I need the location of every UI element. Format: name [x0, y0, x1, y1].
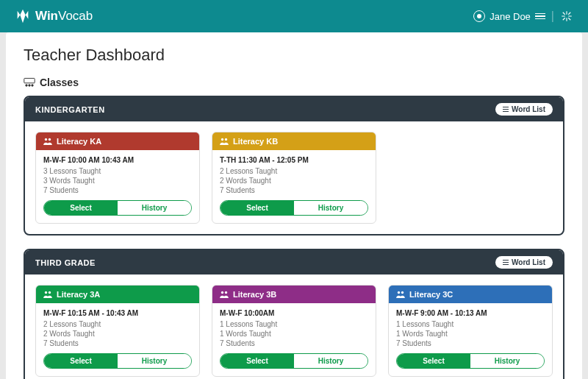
svg-point-6 — [221, 138, 223, 141]
class-icon — [220, 138, 229, 145]
words-stat: 2 Words Taught — [43, 330, 192, 338]
svg-point-3 — [32, 85, 33, 86]
class-card-header: Literacy 3A — [36, 286, 199, 303]
select-button[interactable]: Select — [397, 354, 470, 368]
select-button[interactable]: Select — [220, 201, 294, 215]
grade-header: KINDERGARTENWord List — [25, 97, 563, 121]
user-menu[interactable]: Jane Doe — [473, 10, 545, 22]
class-icon — [396, 291, 405, 298]
word-list-button[interactable]: Word List — [495, 103, 553, 116]
topbar-right: Jane Doe | — [473, 10, 573, 23]
class-card-body: M-W-F 10:00 AM 10:43 AM3 Lessons Taught3… — [36, 150, 199, 223]
lessons-stat: 3 Lessons Taught — [43, 167, 192, 175]
classes-section-header: Classes — [24, 77, 564, 88]
class-card-actions: SelectHistory — [220, 200, 368, 216]
select-button[interactable]: Select — [44, 354, 118, 368]
lessons-stat: 2 Lessons Taught — [220, 167, 368, 175]
hamburger-icon — [535, 13, 545, 20]
class-schedule: M-W-F 10:15 AM - 10:43 AM — [43, 309, 192, 317]
words-stat: 2 Words Taught — [220, 177, 368, 185]
class-card: Literacy 3AM-W-F 10:15 AM - 10:43 AM2 Le… — [35, 285, 200, 377]
class-card-header: Literacy KB — [212, 132, 376, 150]
students-stat: 7 Students — [396, 339, 545, 347]
user-avatar-icon — [473, 10, 485, 22]
user-name: Jane Doe — [490, 11, 531, 22]
classes-label: Classes — [40, 77, 79, 88]
main-content: Teacher Dashboard Classes KINDERGARTENWo… — [6, 32, 582, 379]
history-button[interactable]: History — [118, 201, 191, 215]
svg-point-9 — [49, 291, 51, 294]
words-stat: 1 Words Taught — [220, 330, 368, 338]
svg-point-1 — [26, 85, 27, 86]
class-cards-row: Literacy KAM-W-F 10:00 AM 10:43 AM3 Less… — [25, 121, 563, 234]
svg-point-7 — [225, 138, 227, 141]
class-icon — [43, 138, 52, 145]
class-schedule: M-W-F 10:00AM — [220, 309, 368, 317]
students-stat: 7 Students — [43, 339, 192, 347]
class-icon — [43, 291, 52, 298]
svg-point-10 — [221, 291, 223, 294]
svg-point-5 — [49, 138, 51, 141]
grade-name: THIRD GRADE — [35, 258, 96, 267]
svg-point-2 — [29, 85, 30, 86]
brand-logo[interactable]: WinVocab — [15, 8, 93, 24]
sunburst-icon[interactable] — [560, 10, 573, 23]
grade-block: KINDERGARTENWord ListLiteracy KAM-W-F 10… — [24, 96, 564, 235]
svg-point-11 — [225, 291, 227, 294]
topbar-divider: | — [551, 10, 554, 23]
class-schedule: M-W-F 10:00 AM 10:43 AM — [43, 156, 192, 164]
select-button[interactable]: Select — [220, 354, 294, 368]
svg-point-13 — [401, 291, 404, 294]
lessons-stat: 1 Lessons Taught — [396, 320, 545, 328]
class-cards-row: Literacy 3AM-W-F 10:15 AM - 10:43 AM2 Le… — [25, 274, 563, 379]
grade-name: KINDERGARTEN — [35, 105, 105, 114]
history-button[interactable]: History — [294, 354, 368, 368]
svg-point-12 — [398, 291, 400, 294]
class-schedule: M-W-F 9:00 AM - 10:13 AM — [396, 309, 545, 317]
svg-point-8 — [45, 291, 47, 294]
class-icon — [220, 291, 229, 298]
class-card: Literacy KAM-W-F 10:00 AM 10:43 AM3 Less… — [35, 132, 200, 224]
class-card: Literacy 3BM-W-F 10:00AM1 Lessons Taught… — [212, 285, 376, 377]
class-card: Literacy 3CM-W-F 9:00 AM - 10:13 AM1 Les… — [388, 285, 553, 377]
students-stat: 7 Students — [220, 339, 368, 347]
class-card-header: Literacy 3B — [212, 286, 376, 303]
page-title: Teacher Dashboard — [24, 46, 564, 65]
grade-block: THIRD GRADEWord ListLiteracy 3AM-W-F 10:… — [24, 249, 564, 379]
students-stat: 7 Students — [43, 186, 192, 194]
class-card-header: Literacy KA — [36, 132, 199, 150]
lessons-stat: 2 Lessons Taught — [43, 320, 192, 328]
class-card-body: M-W-F 9:00 AM - 10:13 AM1 Lessons Taught… — [389, 303, 552, 376]
class-card-body: M-W-F 10:00AM1 Lessons Taught1 Words Tau… — [212, 303, 376, 376]
class-card-actions: SelectHistory — [43, 200, 192, 216]
words-stat: 3 Words Taught — [43, 177, 192, 185]
history-button[interactable]: History — [294, 201, 368, 215]
classes-icon — [24, 77, 35, 88]
brand-text: WinVocab — [35, 9, 93, 24]
lessons-stat: 1 Lessons Taught — [220, 320, 368, 328]
class-card-actions: SelectHistory — [43, 353, 192, 369]
history-button[interactable]: History — [470, 354, 544, 368]
top-navbar: WinVocab Jane Doe | — [0, 0, 588, 32]
svg-point-4 — [45, 138, 47, 141]
students-stat: 7 Students — [220, 186, 368, 194]
class-card-body: T-TH 11:30 AM - 12:05 PM2 Lessons Taught… — [212, 150, 376, 223]
logo-icon — [15, 8, 31, 24]
class-card-actions: SelectHistory — [396, 353, 545, 369]
class-card: Literacy KBT-TH 11:30 AM - 12:05 PM2 Les… — [212, 132, 376, 224]
class-card-actions: SelectHistory — [220, 353, 368, 369]
grade-header: THIRD GRADEWord List — [25, 250, 563, 274]
svg-rect-0 — [24, 78, 35, 82]
class-schedule: T-TH 11:30 AM - 12:05 PM — [220, 156, 368, 164]
class-card-header: Literacy 3C — [389, 286, 552, 303]
select-button[interactable]: Select — [44, 201, 118, 215]
history-button[interactable]: History — [118, 354, 191, 368]
class-card-body: M-W-F 10:15 AM - 10:43 AM2 Lessons Taugh… — [36, 303, 199, 376]
words-stat: 1 Words Taught — [396, 330, 545, 338]
word-list-button[interactable]: Word List — [495, 256, 553, 269]
